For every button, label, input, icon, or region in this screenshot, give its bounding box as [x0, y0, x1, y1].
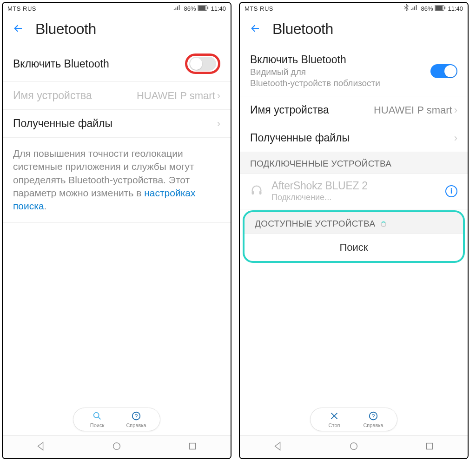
page-title: Bluetooth	[35, 20, 96, 38]
back-icon[interactable]	[11, 23, 25, 36]
svg-text:?: ?	[372, 413, 375, 420]
available-devices-header: ДОСТУПНЫЕ УСТРОЙСТВА	[245, 212, 463, 234]
paired-devices-header: ПОДКЛЮЧЕННЫЕ УСТРОЙСТВА	[240, 152, 468, 174]
svg-point-6	[113, 442, 120, 449]
android-nav-bar	[240, 435, 468, 458]
svg-text:?: ?	[135, 413, 138, 420]
android-nav-bar	[3, 435, 231, 458]
row-received-files[interactable]: Полученные файлы ›	[240, 124, 468, 152]
bluetooth-toggle[interactable]	[430, 64, 457, 78]
page-title: Bluetooth	[272, 20, 333, 38]
available-highlight: ДОСТУПНЫЕ УСТРОЙСТВА Поиск	[243, 210, 465, 263]
assist-pill: Поиск ? Справка	[73, 408, 160, 431]
status-bar: MTS RUS 86% 11:40	[3, 3, 231, 14]
pill-help-label: Справка	[126, 422, 146, 428]
svg-rect-16	[427, 443, 433, 449]
enable-bt-label: Включить Bluetooth	[13, 58, 185, 70]
nav-home-icon[interactable]	[112, 441, 122, 453]
loading-spinner-icon	[381, 221, 386, 227]
nav-recent-icon[interactable]	[424, 441, 435, 453]
page-header: Bluetooth	[240, 14, 468, 46]
svg-point-15	[350, 442, 357, 449]
device-name-label: Имя устройства	[13, 89, 137, 102]
received-files-label: Полученные файлы	[13, 117, 217, 130]
battery-percent: 86%	[421, 5, 433, 12]
nav-back-icon[interactable]	[36, 441, 46, 453]
back-icon[interactable]	[248, 23, 262, 36]
info-icon[interactable]: i	[445, 185, 457, 197]
chevron-right-icon: ›	[217, 118, 220, 130]
toggle-highlight	[185, 54, 220, 74]
pill-stop-label: Стоп	[329, 422, 340, 428]
paired-device-status: Подключение...	[271, 193, 437, 202]
enable-bt-label: Включить Bluetooth	[250, 54, 430, 66]
row-received-files[interactable]: Полученные файлы ›	[3, 110, 231, 138]
pill-stop[interactable]: Стоп	[322, 411, 347, 428]
pill-search[interactable]: Поиск	[85, 411, 110, 428]
svg-rect-12	[259, 191, 262, 194]
clock: 11:40	[211, 5, 226, 12]
row-device-name[interactable]: Имя устройства HUAWEI P smart ›	[240, 96, 468, 124]
carrier-label: MTS RUS	[7, 5, 173, 12]
search-icon	[92, 411, 102, 422]
device-name-label: Имя устройства	[250, 104, 374, 116]
nav-home-icon[interactable]	[349, 441, 359, 453]
row-device-name[interactable]: Имя устройства HUAWEI P smart ›	[3, 82, 231, 110]
pill-search-label: Поиск	[90, 422, 104, 428]
paired-device-row[interactable]: AfterShokz BLUEZ 2 Подключение... i	[240, 174, 468, 209]
headphones-icon	[250, 184, 263, 199]
row-enable-bluetooth[interactable]: Включить Bluetooth	[3, 46, 231, 82]
svg-rect-2	[208, 7, 209, 9]
nav-back-icon[interactable]	[273, 441, 283, 453]
bluetooth-toggle[interactable]	[189, 57, 216, 71]
pill-help[interactable]: ? Справка	[124, 411, 149, 428]
svg-rect-1	[198, 6, 206, 9]
device-name-value: HUAWEI P smart	[137, 90, 215, 102]
svg-rect-9	[436, 6, 443, 9]
help-icon: ?	[131, 411, 141, 422]
pill-help-label: Справка	[363, 422, 383, 428]
chevron-right-icon: ›	[454, 104, 457, 116]
chevron-right-icon: ›	[454, 132, 457, 144]
received-files-label: Полученные файлы	[250, 132, 454, 144]
phone-left: MTS RUS 86% 11:40 Bluetooth Включить Blu…	[2, 2, 231, 459]
clock: 11:40	[448, 5, 463, 12]
battery-icon	[198, 5, 209, 12]
svg-rect-10	[445, 7, 446, 9]
device-name-value: HUAWEI P smart	[374, 104, 452, 116]
carrier-label: MTS RUS	[245, 5, 404, 12]
pill-help[interactable]: ? Справка	[361, 411, 386, 428]
bluetooth-icon	[404, 4, 409, 13]
svg-rect-7	[190, 443, 196, 449]
visible-sub-2: Bluetooth-устройств поблизости	[250, 78, 430, 88]
status-bar: MTS RUS 86% 11:40	[240, 3, 468, 14]
visible-sub-1: Видимый для	[250, 67, 430, 77]
paired-device-name: AfterShokz BLUEZ 2	[271, 180, 437, 192]
available-header-text: ДОСТУПНЫЕ УСТРОЙСТВА	[255, 219, 375, 228]
signal-icon	[173, 5, 182, 12]
battery-percent: 86%	[184, 5, 196, 12]
chevron-right-icon: ›	[217, 90, 220, 102]
page-header: Bluetooth	[3, 14, 231, 46]
help-icon: ?	[368, 411, 378, 422]
close-icon	[329, 411, 339, 422]
svg-rect-11	[252, 191, 254, 194]
phone-right: MTS RUS 86% 11:40 Bluetooth Включить Blu…	[239, 2, 469, 459]
assist-pill: Стоп ? Справка	[310, 408, 397, 431]
row-enable-bluetooth[interactable]: Включить Bluetooth Видимый для Bluetooth…	[240, 46, 468, 96]
svg-point-3	[94, 413, 99, 418]
geolocation-info-text: Для повышения точности геолокации систем…	[3, 138, 231, 223]
battery-icon	[435, 5, 446, 12]
search-button[interactable]: Поиск	[245, 234, 463, 261]
nav-recent-icon[interactable]	[187, 441, 198, 453]
signal-icon	[410, 5, 419, 12]
